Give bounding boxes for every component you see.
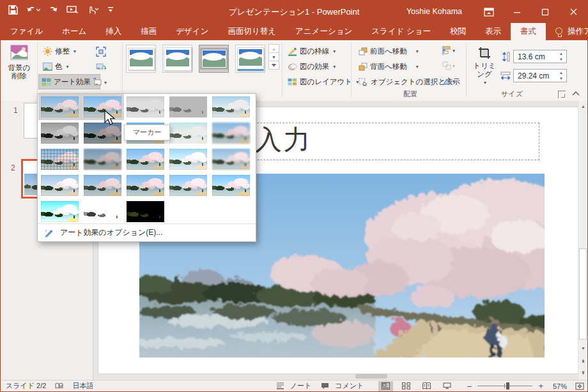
picture-border-button[interactable]: 図の枠線 [285,44,338,58]
zoom-out-icon[interactable]: − [467,381,472,391]
effect-preview-image [212,123,250,144]
ribbon-tab[interactable]: 操作アシスト [546,23,588,40]
language-indicator[interactable]: 日本語 [72,381,93,391]
artistic-effect-thumbnail[interactable] [41,201,79,222]
size-group-label: サイズ [486,89,538,99]
fit-slide-to-window-icon[interactable] [575,382,584,390]
undo-icon[interactable] [26,5,40,15]
zoom-in-icon[interactable]: + [538,381,543,391]
artistic-effect-thumbnail[interactable] [41,96,79,117]
spell-check-icon[interactable] [55,382,63,390]
notes-button[interactable]: ノート [290,381,312,391]
scroll-down-icon[interactable]: ▼ [579,343,587,353]
artistic-effect-thumbnail[interactable] [127,175,164,196]
artistic-effect-thumbnail[interactable] [212,175,250,196]
color-button[interactable]: 色 [40,59,72,73]
zoom-slider-thumb[interactable] [506,382,509,389]
height-spinner[interactable]: ▲▼ [557,51,566,62]
artistic-effect-thumbnail[interactable] [84,149,121,170]
maximize-button[interactable] [531,1,559,23]
artistic-effect-thumbnail[interactable] [169,123,207,144]
save-icon[interactable] [8,5,18,15]
artistic-effect-thumbnail[interactable] [212,123,250,144]
change-picture-icon[interactable] [94,61,108,73]
reading-view-button[interactable] [419,381,434,391]
slide-sorter-view-button[interactable] [399,381,414,391]
ribbon-tab[interactable]: スライド ショー [362,23,440,40]
picture-style-4[interactable] [235,45,265,73]
comments-button[interactable]: コメント [335,381,364,391]
customize-qat-icon[interactable] [107,5,114,15]
mouse-cursor [103,110,116,126]
reset-picture-icon[interactable] [93,76,107,89]
compress-pictures-icon[interactable] [94,45,108,58]
artistic-effect-thumbnail[interactable] [212,149,250,170]
start-slideshow-icon[interactable] [66,5,78,15]
redo-icon[interactable] [49,5,58,15]
zoom-slider[interactable] [477,386,532,386]
ribbon-tab[interactable]: ホーム [52,23,96,40]
shape-height-icon [502,52,511,62]
group-objects-icon[interactable] [442,59,456,72]
minimize-button[interactable] [503,1,531,23]
scroll-up-icon[interactable]: ▲ [579,102,587,111]
account-user-name[interactable]: Yoshie Kohama [406,7,462,16]
artistic-effect-thumbnail[interactable] [169,175,207,196]
next-slide-icon[interactable]: ▼▼ [579,368,587,377]
styles-scroll-down-icon[interactable]: ▼ [268,52,279,61]
ribbon-tab[interactable]: 描画 [131,23,166,40]
artistic-effect-thumbnail[interactable] [41,123,79,144]
normal-view-button[interactable] [378,381,393,391]
ribbon-tab[interactable]: 表示 [476,23,511,40]
artistic-effect-thumbnail[interactable] [127,201,164,222]
shape-height-field[interactable]: 13.6 cm ▲▼ [513,50,567,63]
picture-layout-button[interactable]: 図のレイアウト [285,75,361,89]
bring-forward-button[interactable]: 前面へ移動 [356,44,421,58]
artistic-effect-thumbnail[interactable] [84,201,121,222]
horizontal-scrollbar-thumb[interactable] [355,374,387,379]
zoom-percentage[interactable]: 57% [553,382,567,390]
close-button[interactable] [559,1,587,23]
slideshow-view-button[interactable] [440,381,454,391]
artistic-effects-icon [42,78,51,86]
styles-more-icon[interactable]: ▬▼ [268,61,279,70]
collapse-ribbon-icon[interactable] [571,91,580,97]
artistic-effects-options-item[interactable]: アート効果のオプション(E)... [38,223,256,241]
artistic-effect-thumbnail[interactable] [41,149,79,170]
rotate-objects-icon[interactable] [442,75,456,87]
ribbon-tab[interactable]: 画面切り替え [218,23,286,40]
picture-style-1[interactable] [126,45,156,73]
ribbon-tab[interactable]: 校閲 [440,23,476,40]
width-spinner[interactable]: ▲▼ [557,70,566,81]
corrections-button[interactable]: 修整 [40,44,79,58]
scrollbar-thumb[interactable] [579,248,587,340]
artistic-effect-thumbnail[interactable] [127,149,164,170]
picture-style-2[interactable] [162,45,192,73]
artistic-effect-thumbnail[interactable] [212,96,250,117]
artistic-effects-button[interactable]: アート効果 [39,75,100,89]
styles-scroll-up-icon[interactable]: ▲ [268,44,279,53]
ribbon-tab[interactable]: 書式 [511,23,546,40]
ribbon-display-options-icon[interactable] [475,1,503,23]
crop-button[interactable]: トリミング [470,45,499,87]
artistic-effect-thumbnail[interactable] [169,96,207,117]
ribbon-tab[interactable]: デザイン [166,23,218,40]
artistic-effect-thumbnail[interactable] [84,175,121,196]
ribbon-tab[interactable]: ファイル [1,23,52,40]
previous-slide-icon[interactable]: ▲▲ [579,356,587,365]
artistic-effect-thumbnail[interactable] [41,175,79,196]
send-backward-button[interactable]: 背面へ移動 [356,59,421,73]
shape-width-field[interactable]: 29.24 cm ▲▼ [513,69,567,82]
picture-effects-button[interactable]: 図の効果 [285,59,338,73]
ribbon-tab[interactable]: 挿入 [96,23,131,40]
artistic-effect-thumbnail[interactable] [169,149,207,170]
size-dialog-launcher-icon[interactable] [558,91,566,98]
ribbon-tab[interactable]: アニメーション [286,23,362,40]
artistic-effect-thumbnail[interactable] [127,96,164,117]
effect-preview-image [127,96,164,117]
picture-style-3-selected[interactable] [199,45,229,73]
touch-mouse-mode-icon[interactable] [86,5,99,15]
align-objects-icon[interactable] [442,44,456,57]
slide-counter[interactable]: スライド 2/2 [6,381,46,391]
remove-background-button[interactable]: 背景の削除 [4,43,34,80]
